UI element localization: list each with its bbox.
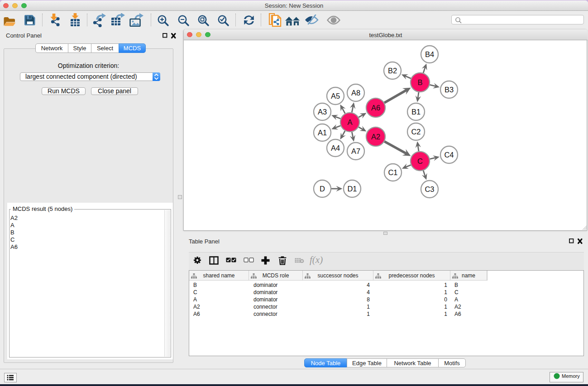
svg-text:A5: A5 — [331, 92, 340, 100]
svg-text:B: B — [417, 78, 422, 86]
svg-text:B4: B4 — [425, 50, 434, 58]
svg-text:C3: C3 — [425, 185, 434, 193]
svg-text:C1: C1 — [388, 168, 397, 176]
svg-text:A7: A7 — [351, 147, 360, 155]
svg-text:C2: C2 — [411, 128, 421, 136]
svg-text:A2: A2 — [371, 133, 380, 141]
svg-text:A3: A3 — [318, 108, 327, 116]
svg-text:D1: D1 — [347, 185, 357, 193]
svg-text:B3: B3 — [445, 86, 454, 94]
svg-text:A8: A8 — [351, 89, 360, 97]
svg-text:B1: B1 — [411, 108, 421, 116]
svg-text:C4: C4 — [444, 151, 454, 159]
svg-text:A: A — [347, 118, 352, 126]
svg-text:A1: A1 — [318, 129, 327, 137]
svg-text:C: C — [417, 157, 423, 165]
svg-text:A4: A4 — [331, 144, 340, 152]
svg-text:D: D — [320, 185, 325, 193]
svg-text:B2: B2 — [388, 67, 397, 75]
svg-text:A6: A6 — [371, 104, 380, 112]
